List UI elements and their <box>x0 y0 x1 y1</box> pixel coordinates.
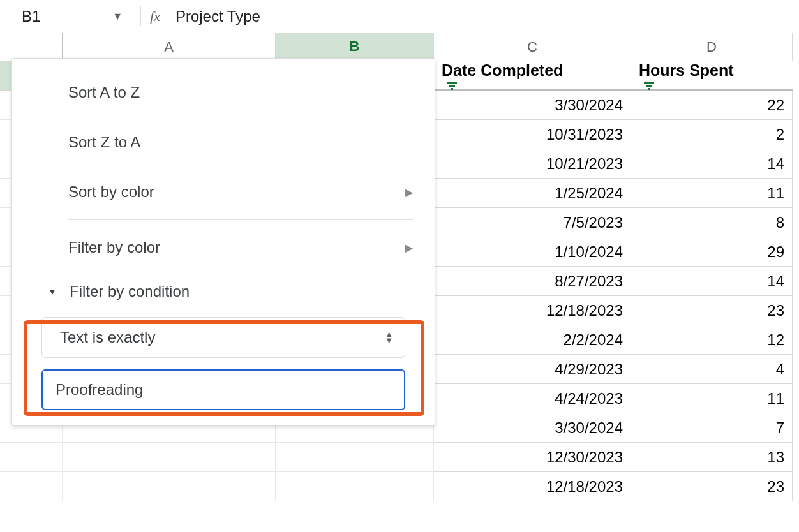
cell-hours-spent[interactable]: 23 <box>631 472 793 501</box>
cell-date-completed[interactable]: 8/27/2023 <box>434 267 631 296</box>
cell-hours-spent[interactable]: 13 <box>631 443 793 472</box>
cell-hours-spent[interactable]: 23 <box>631 296 793 325</box>
stepper-icon: ▲▼ <box>385 331 393 344</box>
name-box[interactable]: B1 ▼ <box>13 0 131 33</box>
select-value: Text is exactly <box>60 329 155 346</box>
chevron-down-icon: ▼ <box>112 11 123 22</box>
filter-dropdown: Sort A to Z Sort Z to A Sort by color ▶ … <box>11 58 435 426</box>
cell-hours-spent[interactable]: 2 <box>631 120 793 149</box>
filter-condition-panel: Text is exactly ▲▼ Proofreading <box>12 311 435 417</box>
cell-date-completed[interactable]: 12/18/2023 <box>434 472 631 501</box>
cell-hours-spent[interactable]: 12 <box>631 325 793 355</box>
menu-sort-az[interactable]: Sort A to Z <box>12 68 435 117</box>
cell[interactable] <box>63 443 276 472</box>
column-header-d[interactable]: D <box>631 33 793 61</box>
cell-hours-spent[interactable]: 11 <box>631 179 793 208</box>
cell-date-completed[interactable]: 10/31/2023 <box>434 120 631 149</box>
menu-label: Sort A to Z <box>68 84 140 101</box>
row-header[interactable] <box>0 443 63 472</box>
cell[interactable] <box>276 443 434 472</box>
menu-label: Filter by color <box>68 239 160 256</box>
cell-date-completed[interactable]: 3/30/2024 <box>434 413 631 443</box>
cell-date-completed[interactable]: 1/25/2024 <box>434 179 631 208</box>
cell-hours-spent[interactable]: 11 <box>631 384 793 413</box>
select-all-corner[interactable] <box>0 33 63 61</box>
column-header-a[interactable]: A <box>63 33 276 61</box>
condition-value-input[interactable]: Proofreading <box>41 369 405 410</box>
caret-down-icon: ▼ <box>48 286 57 297</box>
header-label: Date Completed <box>442 61 563 79</box>
cell-date-completed[interactable]: 10/21/2023 <box>434 149 631 179</box>
header-label: Hours Spent <box>639 61 734 79</box>
cell-hours-spent[interactable]: 29 <box>631 237 793 267</box>
menu-label: Sort by color <box>68 183 154 201</box>
cell-date-completed[interactable]: 12/30/2023 <box>434 443 631 472</box>
header-date-completed[interactable]: Date Completed <box>434 61 631 91</box>
cell-hours-spent[interactable]: 8 <box>631 208 793 237</box>
cell-date-completed[interactable]: 3/30/2024 <box>434 91 631 120</box>
cell-date-completed[interactable]: 4/24/2023 <box>434 384 631 413</box>
name-box-value: B1 <box>22 8 40 26</box>
cell-hours-spent[interactable]: 4 <box>631 355 793 384</box>
condition-type-select[interactable]: Text is exactly ▲▼ <box>41 317 405 358</box>
menu-label: Sort Z to A <box>68 133 140 151</box>
filter-icon[interactable] <box>445 80 458 92</box>
cell-date-completed[interactable]: 12/18/2023 <box>434 296 631 325</box>
cell-hours-spent[interactable]: 14 <box>631 149 793 179</box>
chevron-right-icon: ▶ <box>405 242 413 254</box>
menu-sort-by-color[interactable]: Sort by color ▶ <box>12 167 435 217</box>
cell-date-completed[interactable]: 7/5/2023 <box>434 208 631 237</box>
cell-hours-spent[interactable]: 14 <box>631 267 793 296</box>
cell-hours-spent[interactable]: 22 <box>631 91 793 120</box>
menu-filter-by-condition[interactable]: ▼ Filter by condition <box>12 272 435 311</box>
row-header[interactable] <box>0 472 63 501</box>
column-header-b[interactable]: B <box>276 33 434 61</box>
formula-bar-row: B1 ▼ fx <box>0 0 799 33</box>
column-header-c[interactable]: C <box>434 33 631 61</box>
chevron-right-icon: ▶ <box>405 186 413 198</box>
cell-date-completed[interactable]: 2/2/2024 <box>434 325 631 355</box>
formula-input[interactable] <box>175 8 799 26</box>
fx-icon: fx <box>150 8 160 25</box>
input-value: Proofreading <box>56 381 143 399</box>
menu-filter-by-color[interactable]: Filter by color ▶ <box>12 223 435 272</box>
header-hours-spent[interactable]: Hours Spent <box>631 61 793 91</box>
menu-label: Filter by condition <box>70 283 190 300</box>
menu-sort-za[interactable]: Sort Z to A <box>12 117 435 167</box>
cell-date-completed[interactable]: 1/10/2024 <box>434 237 631 267</box>
cell-date-completed[interactable]: 4/29/2023 <box>434 355 631 384</box>
menu-separator <box>68 219 413 220</box>
cell-hours-spent[interactable]: 7 <box>631 413 793 443</box>
divider <box>140 6 141 26</box>
cell[interactable] <box>276 472 434 501</box>
cell[interactable] <box>63 472 276 501</box>
filter-icon[interactable] <box>643 80 655 92</box>
